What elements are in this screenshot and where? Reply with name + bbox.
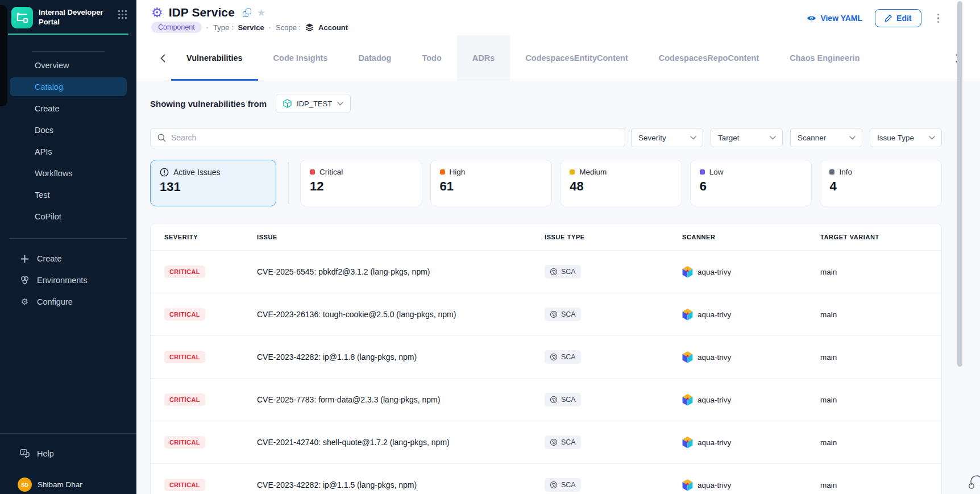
severity-cards: Critical 12 High 61 Medium 48 Low 6 Info…: [300, 160, 942, 206]
search-input[interactable]: [171, 133, 618, 142]
issue-type-chip: SCA: [545, 478, 581, 492]
svg-text:?: ?: [22, 450, 25, 455]
page-title: IDP Service: [169, 6, 235, 19]
trivy-logo-icon: [682, 266, 693, 278]
eye-icon: [807, 15, 816, 22]
scanner-cell: aqua-trivy: [682, 351, 820, 363]
severity-card-label: Info: [839, 168, 852, 176]
table-body: CRITICAL CVE-2025-6545: pbkdf2@3.1.2 (la…: [151, 250, 941, 494]
table-row[interactable]: CRITICAL CVE-2025-7783: form-data@2.3.3 …: [151, 378, 941, 421]
copy-icon[interactable]: [243, 9, 251, 17]
issue-title: CVE-2025-6545: pbkdf2@3.1.2 (lang-pkgs, …: [257, 267, 545, 276]
tab-label: ADRs: [472, 53, 495, 63]
column-header-target-variant: TARGET VARIANT: [820, 234, 941, 240]
summary-card-low[interactable]: Low 6: [690, 160, 812, 206]
tab-todo[interactable]: Todo: [406, 35, 456, 81]
issue-type-label: SCA: [561, 481, 576, 489]
help-button[interactable]: ? Help: [0, 446, 136, 462]
brand-header: Internal Developer Portal: [0, 0, 136, 28]
active-issues-value: 131: [160, 180, 267, 194]
sidebar-item-docs[interactable]: Docs: [10, 121, 127, 139]
tab-codespacesrepocontent[interactable]: CodespacesRepoContent: [643, 35, 774, 81]
scope-value: Account: [318, 23, 348, 32]
plus-icon: [20, 255, 30, 263]
more-menu-button[interactable]: [934, 11, 943, 26]
sidebar-item-test[interactable]: Test: [10, 185, 127, 204]
sidebar-action-create[interactable]: Create: [0, 248, 136, 269]
sidebar-item-copilot[interactable]: CoPilot: [10, 207, 127, 226]
help-icon: ?: [20, 449, 30, 458]
severity-card-label: Critical: [319, 168, 343, 176]
sidebar-item-overview[interactable]: Overview: [10, 56, 127, 74]
sca-fingerprint-icon: [550, 310, 558, 318]
severity-dot-icon: [829, 169, 834, 175]
active-issues-card[interactable]: Active Issues 131: [150, 160, 276, 206]
sidebar-action-environments[interactable]: Environments: [0, 269, 136, 291]
summary-card-critical[interactable]: Critical 12: [300, 160, 422, 206]
table-row[interactable]: CRITICAL CVE-2023-42282: ip@1.1.8 (lang-…: [151, 335, 941, 378]
tab-vulnerabilities[interactable]: Vulnerabilities: [171, 35, 258, 81]
sidebar-item-apis[interactable]: APIs: [10, 142, 127, 161]
column-header-severity: SEVERITY: [164, 234, 257, 240]
avatar: SD: [18, 478, 32, 492]
table-row[interactable]: CRITICAL CVE-2023-26136: tough-cookie@2.…: [151, 293, 941, 335]
table-row[interactable]: CRITICAL CVE-2023-42282: ip@1.1.5 (lang-…: [151, 463, 941, 494]
sidebar-action-configure[interactable]: ⚙ Configure: [0, 291, 136, 313]
sidebar-item-workflows[interactable]: Workflows: [10, 164, 127, 182]
view-yaml-button[interactable]: View YAML: [807, 14, 862, 23]
edit-label: Edit: [896, 14, 911, 23]
severity-badge: CRITICAL: [164, 393, 205, 406]
active-issues-label: Active Issues: [173, 168, 220, 177]
severity-card-value: 48: [570, 179, 672, 194]
severity-card-label: High: [450, 168, 466, 176]
table-row[interactable]: CRITICAL CVE-2025-6545: pbkdf2@3.1.2 (la…: [151, 250, 941, 293]
scanner-cell: aqua-trivy: [682, 309, 820, 321]
tab-label: Vulnerabilities: [186, 53, 243, 63]
summary-card-info[interactable]: Info 4: [820, 160, 942, 206]
filter-dropdown-target[interactable]: Target: [711, 128, 783, 147]
filter-label: Target: [718, 134, 740, 142]
scrollbar-thumb[interactable]: [957, 1, 962, 367]
showing-from-label: Showing vulnerabilities from: [150, 99, 267, 109]
scanner-cell: aqua-trivy: [682, 437, 820, 449]
summary-card-medium[interactable]: Medium 48: [560, 160, 682, 206]
tab-datadog[interactable]: Datadog: [343, 35, 406, 81]
target-variant: main: [820, 268, 941, 276]
favorite-star-icon[interactable]: ★: [257, 7, 265, 19]
project-selector[interactable]: IDP_TEST: [276, 94, 351, 113]
tab-code-insights[interactable]: Code Insights: [258, 35, 343, 81]
scanner-name: aqua-trivy: [697, 353, 731, 362]
tab-label: CodespacesEntityContent: [525, 53, 628, 63]
scanner-name: aqua-trivy: [697, 268, 731, 276]
portal-logo-icon: [11, 7, 33, 28]
severity-badge: CRITICAL: [164, 479, 205, 491]
user-menu[interactable]: SD Shibam Dhar: [0, 476, 136, 492]
sidebar-item-create[interactable]: Create: [10, 99, 127, 118]
issue-type-chip: SCA: [545, 350, 581, 364]
scanner-cell: aqua-trivy: [682, 266, 820, 278]
tab-adrs[interactable]: ADRs: [457, 35, 510, 81]
filter-dropdown-issue-type[interactable]: Issue Type: [870, 128, 942, 147]
dot-separator: ·: [206, 23, 209, 32]
summary-card-high[interactable]: High 61: [430, 160, 553, 206]
tab-chaos-engineerin[interactable]: Chaos Engineerin: [774, 35, 875, 81]
target-variant: main: [820, 353, 941, 362]
tabs-scroll-left-icon[interactable]: [155, 35, 171, 81]
filter-dropdown-severity[interactable]: Severity: [631, 128, 703, 147]
support-widget-icon[interactable]: [967, 472, 980, 493]
chevron-down-icon: [770, 136, 776, 140]
sidebar-item-catalog[interactable]: Catalog: [10, 77, 127, 96]
trivy-logo-icon: [682, 351, 693, 363]
apps-grid-icon[interactable]: [118, 10, 127, 22]
scanner-name: aqua-trivy: [697, 396, 731, 404]
severity-card-value: 6: [700, 179, 803, 194]
active-issues-icon: [160, 168, 169, 177]
tab-codespacesentitycontent[interactable]: CodespacesEntityContent: [510, 35, 643, 81]
filter-label: Issue Type: [877, 134, 914, 142]
trivy-logo-icon: [682, 394, 693, 406]
edit-button[interactable]: Edit: [875, 9, 921, 27]
sidebar-nav-label: Docs: [35, 126, 53, 135]
table-row[interactable]: CRITICAL CVE-2021-42740: shell-quote@1.7…: [151, 421, 941, 463]
severity-badge: CRITICAL: [164, 351, 205, 363]
filter-dropdown-scanner[interactable]: Scanner: [790, 128, 862, 147]
